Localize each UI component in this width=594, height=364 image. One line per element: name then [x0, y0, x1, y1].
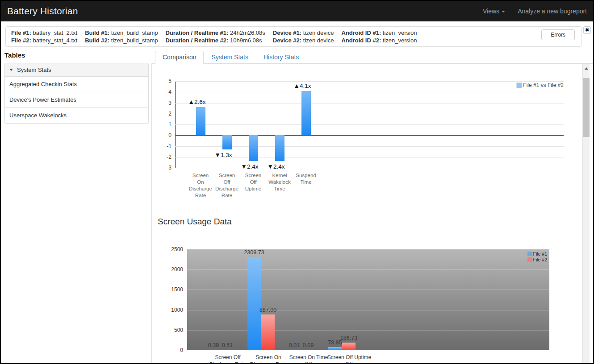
screen-usage-chart-plot: File #1 File #2 050010001500200025000.39…	[187, 249, 549, 350]
legend-label-file2: File #2	[533, 257, 547, 262]
navbar-right: Views Analyze a new bugreport	[483, 8, 593, 15]
close-icon[interactable]: ✖	[583, 26, 591, 34]
views-menu-label: Views	[483, 8, 499, 15]
analyze-new-bugreport-link[interactable]: Analyze a new bugreport	[518, 8, 587, 15]
duration1-label: Duration / Realtime #1:	[165, 29, 228, 36]
gridline	[175, 124, 564, 125]
legend-label-file1-vs-file2: File #1 vs File #2	[523, 82, 564, 88]
bar-value-label: 0.51	[207, 342, 247, 348]
legend-swatch-file1	[527, 252, 532, 256]
bar-value-label: 0.09	[288, 342, 328, 348]
usage-bar-file1	[288, 350, 301, 351]
main-content: Comparison System Stats History Stats Fi…	[151, 50, 593, 363]
legend-row-file2: File #2	[527, 257, 547, 262]
usage-bar-file2	[342, 343, 356, 350]
gridline	[187, 330, 549, 331]
y-tick-label: 1	[158, 121, 172, 128]
comparison-bar	[196, 107, 205, 135]
usage-bar-file2	[301, 350, 315, 351]
y-tick-label: 1000	[164, 307, 183, 313]
sidebar-item-userspace-wakelocks[interactable]: Userspace Wakelocks	[5, 108, 148, 123]
scrollbar-thumb[interactable]	[583, 78, 590, 137]
y-tick-label: 4	[158, 89, 172, 95]
x-category-label: ScreenOnDischargeRate	[186, 172, 215, 199]
gridline	[175, 81, 564, 82]
legend-swatch-file1-vs-file2	[516, 83, 522, 88]
legend-label-file1: File #1	[533, 251, 547, 256]
y-tick-label: -2	[158, 154, 172, 160]
sidebar-group-system-stats[interactable]: System Stats	[5, 63, 148, 77]
y-tick-label: 500	[164, 327, 183, 333]
x-category-label: ScreenOffDischargeRate	[213, 172, 241, 199]
android-id2-label: Android ID #2:	[341, 37, 381, 44]
usage-bar-file1	[328, 347, 342, 350]
x-category-label: KernelWakelockTime	[265, 172, 294, 192]
file2-value: battery_stat_4.txt	[33, 37, 77, 44]
legend-swatch-file2	[527, 257, 532, 262]
scrollbar-up-arrow-icon[interactable]	[585, 67, 588, 70]
android-id2-value: tizen_version	[383, 37, 417, 44]
comparison-chart-legend: File #1 vs File #2	[516, 82, 564, 88]
device2-value: tizen device	[303, 37, 334, 44]
gridline	[175, 114, 564, 114]
usage-bar-file1	[207, 350, 220, 351]
bar-value-label: 887.00	[248, 307, 288, 313]
x-category-label: SuspendTime	[292, 172, 320, 186]
comparison-chart-plot: File #1 vs File #2 543210-1-2-3▲2.6xScre…	[175, 81, 564, 168]
tab-bar: Comparison System Stats History Stats	[151, 50, 593, 64]
bar-annotation: ▼1.3x	[205, 152, 241, 158]
tab-comparison[interactable]: Comparison	[155, 51, 204, 64]
legend-row-file1: File #1	[527, 251, 547, 256]
y-tick-label: 1500	[164, 286, 183, 293]
comparison-tab-content: File #1 vs File #2 543210-1-2-3▲2.6xScre…	[151, 64, 593, 363]
usage-bar-file2	[261, 314, 275, 350]
sidebar-title: Tables	[4, 51, 149, 59]
content-row: Tables System Stats Aggregated Checkin S…	[1, 50, 593, 363]
duration1-value: 24h2m26.08s	[230, 29, 265, 36]
android-id-info-column: Android ID #1: tizen_version Android ID …	[341, 29, 417, 44]
android-id1-value: tizen_version	[383, 29, 417, 36]
y-tick-label: -1	[158, 143, 172, 149]
gridline	[175, 146, 564, 147]
file2-label: File #2:	[11, 37, 31, 44]
file1-label: File #1:	[11, 29, 31, 36]
sidebar-group-label: System Stats	[17, 66, 51, 73]
bar-annotation: ▲2.6x	[179, 99, 215, 105]
y-tick-label: -3	[158, 165, 172, 171]
tab-history-stats[interactable]: History Stats	[256, 51, 306, 64]
views-menu[interactable]: Views	[483, 8, 505, 15]
file1-value: battery_stat_2.txt	[33, 29, 77, 36]
y-tick-label: 2	[158, 111, 172, 117]
app-title: Battery Historian	[1, 6, 78, 17]
tab-system-stats[interactable]: System Stats	[204, 51, 255, 64]
zero-axis-line	[175, 135, 564, 136]
usage-bar-file2	[221, 350, 234, 351]
y-tick-label: 3	[158, 100, 172, 106]
android-id1-label: Android ID #1:	[341, 29, 381, 36]
metadata-wrap: File #1: battery_stat_2.txt File #2: bat…	[5, 26, 589, 47]
sidebar-item-devices-power-estimates[interactable]: Device's Power Estimates	[5, 92, 148, 108]
comparison-bar	[222, 135, 232, 149]
build2-label: Build #2:	[85, 37, 109, 44]
duration2-value: 10h9m6.08s	[230, 37, 262, 44]
gridline	[175, 103, 564, 103]
tables-panel: System Stats Aggregated Checkin Stats De…	[4, 63, 149, 124]
y-tick-label: 0	[158, 132, 172, 138]
metadata-panel: File #1: battery_stat_2.txt File #2: bat…	[5, 26, 581, 47]
comparison-bar	[301, 91, 311, 135]
gridline	[175, 92, 564, 92]
tables-sidebar: Tables System Stats Aggregated Checkin S…	[1, 50, 151, 363]
errors-button[interactable]: Errors	[541, 29, 575, 40]
y-tick-label: 2000	[164, 266, 183, 273]
sidebar-item-aggregated-checkin-stats[interactable]: Aggregated Checkin Stats	[5, 77, 148, 92]
bar-annotation: ▼2.4x	[258, 163, 294, 170]
bar-value-label: 186.73	[329, 335, 369, 341]
build-info-column: Build #1: tizen_build_stamp Build #2: ti…	[85, 29, 158, 44]
duration-info-column: Duration / Realtime #1: 24h2m26.08s Dura…	[165, 29, 265, 44]
device1-value: tizen device	[303, 29, 334, 36]
screen-usage-data-title: Screen Usage Data	[158, 217, 593, 227]
x-category-label: Screen Off Uptime(%)	[320, 354, 378, 363]
bar-annotation: ▲4.1x	[284, 83, 320, 89]
y-tick-label: 0	[164, 347, 183, 353]
vertical-scrollbar[interactable]	[582, 64, 590, 363]
